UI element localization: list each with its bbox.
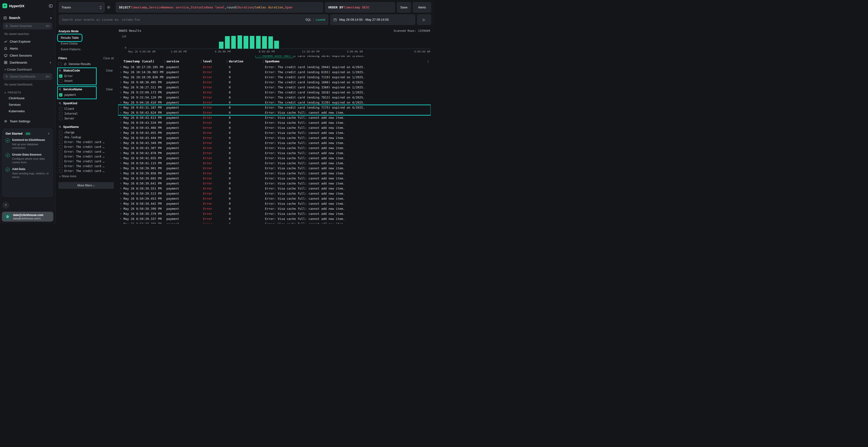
table-row[interactable]: >May 26 8:50:39.298 PMpaymentError0Error…: [118, 221, 431, 224]
lucene-mode-button[interactable]: Lucene: [316, 18, 325, 22]
clear-all-filters-button[interactable]: Clear all: [103, 57, 114, 60]
table-row[interactable]: >May 26 8:50:39.337 PMpaymentError0Error…: [118, 216, 431, 221]
expand-row-chevron-icon[interactable]: >: [118, 125, 123, 130]
expand-row-chevron-icon[interactable]: >: [118, 70, 123, 75]
expand-row-chevron-icon[interactable]: >: [118, 161, 123, 166]
expand-row-chevron-icon[interactable]: >: [118, 216, 123, 221]
table-row[interactable]: >May 26 8:50:43.466 PMpaymentError0Error…: [118, 125, 431, 130]
column-header-service[interactable]: service: [166, 58, 201, 65]
chevron-up-icon[interactable]: ∧: [48, 132, 50, 135]
table-row[interactable]: >May 26 8:50:43.613 PMpaymentError0Error…: [118, 115, 431, 120]
checkbox[interactable]: [59, 145, 62, 148]
table-row[interactable]: >May 26 8:50:39.442 PMpaymentError0Error…: [118, 201, 431, 206]
user-menu[interactable]: D dale@clickhouse.com dale@clickhouse.co…: [2, 212, 53, 221]
search-input[interactable]: [62, 18, 303, 22]
checkbox[interactable]: [59, 160, 62, 163]
sidebar-section-search[interactable]: Search ∧: [2, 14, 53, 21]
source-select[interactable]: Traces: [59, 2, 105, 12]
filter-option[interactable]: charge: [59, 130, 113, 135]
column-resize-handle[interactable]: [227, 60, 227, 63]
expand-row-chevron-icon[interactable]: >: [118, 90, 123, 95]
checkbox[interactable]: [59, 131, 62, 134]
checkbox-checked[interactable]: ✓: [59, 93, 62, 97]
checkbox[interactable]: [59, 155, 62, 158]
table-row[interactable]: >May 26 8:50:43.455 PMpaymentError0Error…: [118, 130, 431, 135]
presets-section[interactable]: ∨ PRESETS: [2, 89, 53, 95]
expand-row-chevron-icon[interactable]: >: [118, 191, 123, 196]
sidebar-item-team-settings[interactable]: Team Settings: [2, 118, 53, 125]
checkbox[interactable]: [59, 117, 62, 120]
create-dashboard-button[interactable]: + Create Dashboard: [2, 66, 53, 72]
table-row[interactable]: >May 26 8:50:43.624 PMpaymentError0Error…: [118, 110, 431, 115]
sidebar-item-client-sessions[interactable]: Client Sessions: [2, 52, 53, 59]
table-row[interactable]: >May 26 8:50:39.551 PMpaymentError0Error…: [118, 186, 431, 191]
filter-option[interactable]: Error: The credit card …: [59, 144, 113, 149]
show-more-button[interactable]: ∨ Show more: [59, 173, 113, 178]
saved-dashboards-input[interactable]: Saved Dashboards ⌘K: [3, 73, 52, 80]
sidebar-item-dashboards[interactable]: Dashboards ∧: [2, 59, 53, 66]
table-row[interactable]: >May 26 8:50:41.115 PMpaymentError0Error…: [118, 161, 431, 166]
table-row[interactable]: >May 26 10:10:39.836 PMpaymentError0Erro…: [118, 75, 431, 80]
table-row[interactable]: >May 26 8:50:43.349 PMpaymentError0Error…: [118, 140, 431, 145]
expand-row-chevron-icon[interactable]: >: [118, 166, 123, 171]
expand-row-chevron-icon[interactable]: >: [118, 196, 123, 201]
filter-option[interactable]: Error: The credit card …: [59, 169, 113, 173]
sidebar-item-kubernetes[interactable]: Kubernetes: [2, 108, 53, 114]
expand-row-chevron-icon[interactable]: >: [118, 100, 123, 105]
expand-row-chevron-icon[interactable]: >: [118, 156, 123, 161]
table-row[interactable]: >May 26 9:48:38.405 PMpaymentError0Error…: [118, 80, 431, 85]
order-by-input[interactable]: ORDER BY Timestamp DESC: [325, 2, 395, 12]
table-row[interactable]: >May 26 10:17:29.105 PMpaymentError0Erro…: [118, 65, 431, 70]
column-resize-handle[interactable]: [201, 60, 202, 63]
expand-row-chevron-icon[interactable]: >: [118, 221, 123, 224]
filter-option[interactable]: Unset: [59, 78, 94, 83]
table-row[interactable]: >May 26 8:50:42.655 PMpaymentError0Error…: [118, 156, 431, 161]
table-row[interactable]: >May 26 8:50:39.641 PMpaymentError0Error…: [118, 181, 431, 186]
expand-row-chevron-icon[interactable]: >: [118, 85, 123, 90]
filter-option[interactable]: Client: [59, 106, 113, 111]
table-row[interactable]: >May 26 8:50:39.856 PMpaymentError0Error…: [118, 171, 431, 176]
filter-option[interactable]: ✓payment: [59, 93, 94, 97]
filter-option[interactable]: Error: The credit card …: [59, 149, 113, 154]
checkbox[interactable]: [59, 169, 62, 173]
checkbox[interactable]: [59, 150, 62, 153]
get-started-item[interactable]: Create Data SourcesConfigure where your …: [5, 153, 50, 165]
column-resize-handle[interactable]: [263, 60, 264, 63]
expand-row-chevron-icon[interactable]: >: [118, 181, 123, 186]
table-row[interactable]: >May 26 8:50:39.692 PMpaymentError0Error…: [118, 176, 431, 181]
filter-option[interactable]: Error: The credit card …: [59, 140, 113, 144]
table-row[interactable]: >May 26 8:50:43.534 PMpaymentError0Error…: [118, 120, 431, 125]
get-started-item[interactable]: Add DataStart sending logs, metrics, or …: [5, 167, 50, 179]
expand-row-chevron-icon[interactable]: >: [118, 110, 123, 115]
checkbox[interactable]: [59, 165, 62, 168]
sidebar-item-services[interactable]: Services: [2, 101, 53, 108]
collapse-sidebar-icon[interactable]: [49, 4, 53, 8]
expand-row-chevron-icon[interactable]: >: [118, 80, 123, 85]
checkbox[interactable]: [59, 112, 62, 115]
column-resize-handle[interactable]: [164, 60, 165, 63]
column-header-timestamp[interactable]: Timestamp (Local): [123, 58, 164, 65]
expand-row-chevron-icon[interactable]: >: [118, 211, 123, 216]
expand-row-chevron-icon[interactable]: >: [118, 145, 123, 150]
clear-filter-button[interactable]: Clear: [106, 69, 113, 72]
expand-row-chevron-icon[interactable]: >: [118, 186, 123, 191]
analysis-mode-event-patterns[interactable]: Event Patterns: [58, 46, 83, 52]
sidebar-item-alerts[interactable]: Alerts: [2, 45, 53, 52]
table-row[interactable]: >May 26 9:33:09.173 PMpaymentError0Error…: [118, 90, 431, 95]
filter-option[interactable]: dns.lookup: [59, 135, 113, 140]
table-options-kebab-icon[interactable]: ⋮: [426, 58, 431, 65]
filter-option[interactable]: Internal: [59, 111, 113, 116]
filter-option[interactable]: Server: [59, 116, 113, 121]
date-range-picker[interactable]: May 26 09:14:55 - May 27 09:14:55: [330, 14, 415, 25]
table-row[interactable]: >May 26 8:50:39.453 PMpaymentError0Error…: [118, 196, 431, 201]
table-row[interactable]: >May 26 8:50:43.444 PMpaymentError0Error…: [118, 135, 431, 140]
filter-option[interactable]: Error: The credit card …: [59, 164, 113, 169]
clear-filter-button[interactable]: Clear: [106, 88, 113, 91]
table-row[interactable]: >May 26 8:50:39.513 PMpaymentError0Error…: [118, 191, 431, 196]
denoise-results-toggle[interactable]: Denoise Results: [58, 62, 114, 66]
checkbox-checked[interactable]: ✓: [59, 74, 62, 78]
column-header-level[interactable]: level: [203, 58, 227, 65]
checkbox[interactable]: [59, 140, 62, 144]
table-row[interactable]: >May 26 8:50:42.878 PMpaymentError0Error…: [118, 150, 431, 156]
expand-row-chevron-icon[interactable]: >: [118, 140, 123, 145]
